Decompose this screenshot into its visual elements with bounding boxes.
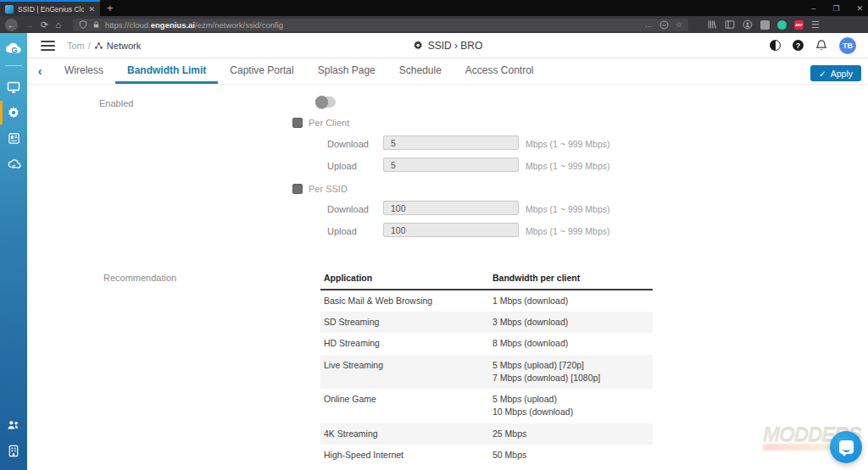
browser-tab[interactable]: SSID | EnGenius Cloud - Tom ✕ — [0, 0, 100, 16]
col-bandwidth: Bandwidth per client — [489, 268, 653, 290]
col-application: Application — [320, 268, 489, 290]
extension-green-icon[interactable] — [777, 20, 787, 30]
tab-bandwidth-limit[interactable]: Bandwidth Limit — [115, 58, 218, 84]
engenius-logo[interactable]: G — [3, 39, 24, 59]
per-client-download-label: Download — [327, 139, 369, 149]
ssid-gear-icon — [413, 40, 424, 51]
recommendation-label: Recommendation — [103, 273, 176, 283]
extension-icon[interactable] — [760, 20, 770, 30]
forward-button[interactable]: → — [25, 19, 34, 30]
gear-icon — [7, 106, 20, 119]
home-button[interactable]: ⌂ — [55, 19, 61, 30]
report-icon — [8, 132, 20, 145]
library-icon[interactable] — [707, 19, 717, 30]
help-icon[interactable]: ? — [793, 40, 804, 51]
chat-bubble-icon — [839, 440, 854, 454]
url-text: https://cloud.engenius.ai/ezm/network/ss… — [105, 20, 640, 30]
site-favicon — [5, 5, 14, 14]
recommendation-table-body: Basic Mail & Web Browsing1 Mbps (downloa… — [320, 290, 653, 466]
monitor-icon — [7, 80, 20, 94]
tab-schedule[interactable]: Schedule — [387, 58, 453, 84]
url-bar[interactable]: https://cloud.engenius.ai/ezm/network/ss… — [73, 19, 688, 31]
bandwidth-limit-panel: Enabled Per Client Download Mbps (1 ~ 99… — [27, 85, 868, 470]
tabs-back-chevron-icon[interactable]: ‹ — [27, 58, 53, 84]
breadcrumb-org[interactable]: Tom — [67, 41, 85, 51]
tab-access-control[interactable]: Access Control — [453, 58, 546, 84]
table-row: High-Speed Internet50 Mbps — [320, 445, 653, 466]
per-ssid-download-input[interactable] — [383, 201, 519, 215]
app-header: Tom / Network SSID › BRO ? TB — [27, 33, 868, 58]
bookmark-star-icon[interactable]: ☆ — [676, 20, 682, 29]
tab-wireless[interactable]: Wireless — [53, 58, 115, 84]
adblock-icon[interactable]: ABP — [794, 20, 804, 30]
breadcrumb-page[interactable]: Network — [107, 41, 141, 51]
sidebar-item-monitor[interactable] — [0, 75, 27, 100]
table-header-row: Application Bandwidth per client — [320, 268, 653, 290]
per-ssid-upload-label: Upload — [327, 226, 357, 236]
table-row: Online Game5 Mbps (upload)10 Mbps (downl… — [320, 389, 653, 423]
context-title: SSID › BRO — [413, 40, 483, 52]
window-minimize-button[interactable]: – — [811, 4, 815, 13]
nav-hamburger-icon[interactable] — [41, 41, 55, 51]
per-ssid-label: Per SSID — [309, 184, 348, 194]
per-ssid-upload-input[interactable] — [383, 223, 519, 237]
shield-icon[interactable] — [79, 20, 87, 29]
browser-titlebar: SSID | EnGenius Cloud - Tom ✕ + – ❐ ✕ — [0, 0, 868, 16]
page-actions-icon[interactable]: … — [645, 20, 653, 29]
notifications-bell-icon[interactable] — [815, 39, 827, 52]
tab-splash-page[interactable]: Splash Page — [306, 58, 387, 84]
sidebar-item-configure[interactable] — [0, 100, 27, 125]
new-tab-button[interactable]: + — [107, 2, 114, 15]
table-row: Live Streaming5 Mbps (upload) [720p]7 Mb… — [320, 355, 653, 389]
browser-navbar: ← → ⟳ ⌂ https://cloud.engenius.ai/ezm/ne… — [0, 16, 868, 33]
browser-tab-title: SSID | EnGenius Cloud - Tom — [18, 5, 84, 14]
breadcrumb[interactable]: Tom / Network — [67, 41, 141, 51]
reload-button[interactable]: ⟳ — [41, 19, 48, 30]
per-client-label: Per Client — [309, 118, 349, 128]
svg-text:G: G — [11, 46, 17, 54]
users-icon — [7, 419, 20, 431]
ssid-tabbar: ‹ Wireless Bandwidth Limit Captive Porta… — [27, 58, 868, 85]
sidebar-item-team[interactable] — [0, 412, 27, 438]
table-row: Basic Mail & Web Browsing1 Mbps (downloa… — [320, 290, 653, 312]
window-close-button[interactable]: ✕ — [856, 4, 863, 13]
per-client-upload-unit: Mbps (1 ~ 999 Mbps) — [526, 161, 610, 171]
per-client-checkbox[interactable] — [292, 118, 303, 128]
per-ssid-checkbox[interactable] — [292, 184, 303, 194]
sidebar-item-reports[interactable] — [0, 125, 27, 151]
per-client-upload-input[interactable] — [383, 158, 519, 172]
cloud-sync-icon — [7, 158, 21, 170]
back-button[interactable]: ← — [5, 19, 18, 31]
table-row: 4K Streaming25 Mbps — [320, 423, 653, 445]
dark-mode-toggle-icon[interactable] — [770, 40, 781, 51]
apply-check-icon: ✓ — [819, 69, 826, 79]
per-client-row: Per Client — [292, 118, 349, 128]
chat-widget-button[interactable] — [830, 431, 862, 463]
sidebar-item-organization[interactable] — [0, 438, 27, 463]
lock-icon — [92, 20, 100, 29]
per-ssid-upload-unit: Mbps (1 ~ 999 Mbps) — [526, 226, 610, 236]
tab-close-icon[interactable]: ✕ — [88, 5, 95, 14]
enabled-label: Enabled — [99, 98, 133, 108]
window-maximize-button[interactable]: ❐ — [832, 4, 839, 13]
building-icon — [8, 445, 19, 457]
per-ssid-download-label: Download — [327, 204, 369, 214]
menu-icon[interactable]: ☰ — [811, 19, 820, 30]
per-ssid-download-unit: Mbps (1 ~ 999 Mbps) — [526, 204, 610, 214]
per-client-download-unit: Mbps (1 ~ 999 Mbps) — [526, 139, 610, 149]
recommendation-table: Application Bandwidth per client Basic M… — [320, 268, 653, 466]
app-sidebar: G — [0, 33, 27, 470]
table-row: HD Streaming8 Mbps (download) — [320, 333, 653, 354]
per-client-upload-label: Upload — [327, 161, 357, 171]
table-row: SD Streaming3 Mbps (download) — [320, 312, 653, 333]
tab-captive-portal[interactable]: Captive Portal — [218, 58, 305, 84]
sidebar-item-firmware[interactable] — [0, 151, 27, 176]
apply-button[interactable]: ✓ Apply — [810, 65, 861, 81]
per-client-download-input[interactable] — [383, 135, 519, 150]
user-avatar[interactable]: TB — [839, 37, 856, 54]
sidebar-toggle-icon[interactable] — [725, 19, 735, 30]
enabled-toggle[interactable] — [315, 97, 336, 108]
account-icon[interactable] — [743, 19, 753, 30]
per-ssid-row: Per SSID — [292, 184, 348, 194]
pocket-icon[interactable] — [659, 20, 669, 30]
